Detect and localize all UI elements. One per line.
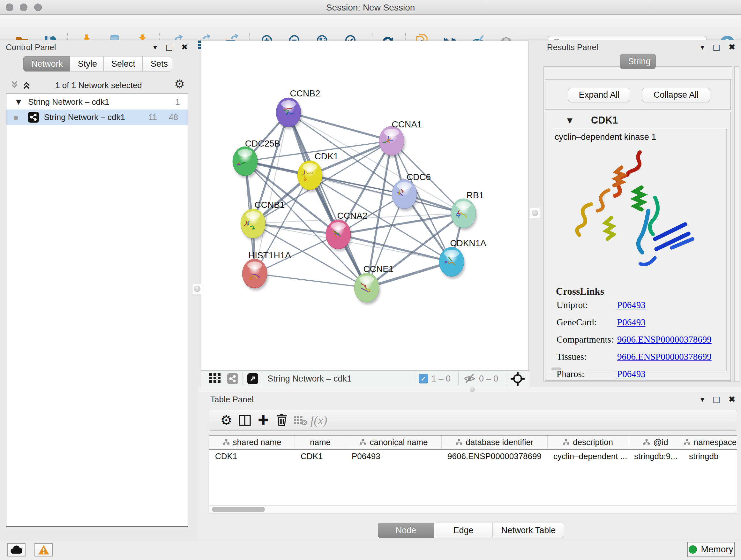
table-settings-button[interactable]: ⚙ — [217, 412, 235, 429]
hierarchy-icon — [562, 439, 569, 445]
current-network-name: String Network – cdk1 — [267, 374, 352, 384]
table-scrollbar-thumb[interactable] — [212, 507, 265, 512]
panel-close-icon[interactable]: ✖ — [729, 43, 735, 52]
warning-icon — [38, 545, 50, 555]
string-network-graph[interactable]: CCNB2 CCNA1 CDC25B CDK1 CDC6 RB1 CCNB1 — [201, 41, 528, 370]
column-header[interactable]: canonical name — [346, 435, 442, 449]
column-header[interactable]: shared name — [209, 435, 295, 449]
panel-float-icon[interactable]: □ — [165, 43, 173, 52]
control-panel-tabs: Network Style Select Sets — [23, 56, 172, 71]
tab-network-table[interactable]: Network Table — [493, 523, 564, 538]
memory-label: Memory — [701, 544, 733, 555]
horizontal-splitter[interactable] — [199, 387, 741, 392]
crosslink-row: Uniprot: P06493 — [550, 300, 726, 317]
node-CCNA1[interactable]: CCNA1 — [379, 119, 422, 158]
crosslink-link[interactable]: 9606.ENSP00000378699 — [617, 352, 712, 362]
tab-style[interactable]: Style — [70, 56, 104, 71]
memory-button[interactable]: Memory — [687, 542, 735, 557]
delete-column-button[interactable] — [273, 412, 291, 429]
results-panel: Results Panel ▾ □ ✖ String Expand All Co… — [542, 40, 741, 387]
column-label: canonical name — [369, 437, 428, 447]
birdseye-toggle-button[interactable] — [209, 373, 221, 384]
crosslink-link[interactable]: P06493 — [617, 317, 646, 327]
node-CCNE1[interactable]: CCNE1 — [354, 264, 394, 305]
column-header[interactable]: name — [295, 435, 346, 449]
gene-section-header[interactable]: ▼ CDK1 — [545, 112, 731, 129]
panel-menu-icon[interactable]: ▾ — [700, 395, 704, 404]
panel-menu-icon[interactable]: ▾ — [153, 43, 157, 52]
delete-table-button[interactable] — [291, 412, 310, 429]
cell-id[interactable]: stringdb:9... — [628, 451, 683, 461]
crosslink-label: Compartments: — [556, 334, 614, 345]
edge-CCNB2-CCNA1[interactable] — [288, 112, 392, 141]
edge-CCNB2-CCNE1[interactable] — [288, 112, 367, 288]
edge-count: 48 — [169, 112, 178, 122]
footer-separator — [243, 372, 243, 385]
node-label-CDC25B: CDC25B — [245, 138, 280, 148]
right-splitter-handle[interactable] — [530, 208, 540, 218]
network-view-canvas[interactable]: CCNB2 CCNA1 CDC25B CDK1 CDC6 RB1 CCNB1 — [201, 41, 529, 370]
string-view-icon[interactable] — [227, 373, 238, 384]
node-label-CDKN1A: CDKN1A — [450, 238, 486, 248]
tab-network[interactable]: Network — [23, 56, 70, 71]
warning-status-button[interactable] — [35, 543, 53, 557]
apply-function-button[interactable]: f(x) — [310, 412, 328, 429]
crosslink-link[interactable]: P06493 — [617, 369, 646, 379]
panel-close-icon[interactable]: ✖ — [729, 395, 735, 404]
crosslink-link[interactable]: P06493 — [617, 300, 646, 310]
network-options-gear-icon[interactable]: ⚙ — [174, 77, 185, 91]
hierarchy-icon — [359, 439, 366, 445]
results-scrollbar-track[interactable] — [734, 66, 739, 381]
cell-shared-name[interactable]: CDK1 — [209, 451, 295, 461]
column-header[interactable]: @id — [628, 435, 683, 449]
edge-HIST1H1A-CCNE1[interactable] — [255, 273, 367, 288]
edge-CCNB2-HIST1H1A[interactable] — [255, 112, 288, 273]
details-scroll-thumb[interactable] — [551, 368, 561, 370]
selected-checkbox-icon[interactable]: ✓ — [419, 374, 428, 383]
cell-canonical-name[interactable]: P06493 — [346, 451, 442, 461]
node-CCNB1[interactable]: CCNB1 — [241, 200, 285, 240]
crosshair-icon[interactable] — [511, 372, 525, 386]
gene-description: cyclin–dependent kinase 1 — [555, 132, 726, 142]
panel-float-icon[interactable]: □ — [713, 395, 720, 404]
splitter-grip-icon[interactable] — [470, 387, 475, 392]
collection-expander-icon[interactable]: ▼ — [16, 98, 21, 106]
table-scrollbar-track[interactable] — [209, 505, 737, 513]
cell-name[interactable]: CDK1 — [295, 451, 346, 461]
add-column-button[interactable]: ✚ — [254, 412, 273, 429]
panel-close-icon[interactable]: ✖ — [181, 43, 188, 52]
cloud-status-button[interactable] — [7, 543, 25, 557]
node-CDKN1A[interactable]: CDKN1A — [439, 238, 486, 279]
section-expander-icon[interactable]: ▼ — [567, 117, 572, 125]
panel-float-icon[interactable]: □ — [713, 43, 720, 52]
tab-select[interactable]: Select — [104, 56, 143, 71]
panel-menu-icon[interactable]: ▾ — [700, 43, 704, 52]
cell-description[interactable]: cyclin–dependent ... — [548, 451, 628, 461]
left-splitter-handle[interactable] — [192, 284, 202, 294]
tab-edge-table[interactable]: Edge Table — [434, 523, 493, 538]
table-row[interactable]: CDK1 CDK1 P06493 9606.ENSP00000378699 cy… — [209, 449, 737, 463]
control-panel: Control Panel ▾ □ ✖ Network Style Select… — [0, 40, 197, 541]
node-RB1[interactable]: RB1 — [451, 190, 484, 230]
tab-node-table[interactable]: Node Table — [378, 523, 434, 538]
collapse-all-button[interactable]: Collapse All — [642, 88, 710, 102]
network-row-selected[interactable]: ● String Network – cdk1 11 48 — [6, 110, 188, 125]
cell-namespace[interactable]: stringdb — [683, 451, 737, 461]
current-network-dot-icon: ● — [13, 114, 18, 121]
table-panel-title: Table Panel — [210, 395, 254, 405]
network-collection-row[interactable]: ▼ String Network – cdk1 1 — [6, 94, 188, 110]
tab-string[interactable]: String — [620, 54, 656, 69]
show-columns-button[interactable] — [235, 412, 254, 429]
column-header[interactable]: namespace — [683, 435, 737, 449]
crosslink-link[interactable]: 9606.ENSP00000378699 — [617, 334, 712, 345]
node-HIST1H1A[interactable]: HIST1H1A — [242, 250, 291, 291]
cell-database-identifier[interactable]: 9606.ENSP00000378699 — [442, 451, 548, 461]
results-buttons-box: Expand All Collapse All — [545, 79, 731, 110]
column-header[interactable]: description — [548, 435, 628, 449]
cloud-icon — [10, 545, 22, 554]
column-header[interactable]: database identifier — [442, 435, 548, 449]
open-view-in-window-button[interactable] — [247, 373, 258, 384]
tab-sets[interactable]: Sets — [143, 56, 172, 71]
expand-all-button[interactable]: Expand All — [568, 88, 630, 102]
node-CCNB2[interactable]: CCNB2 — [276, 88, 320, 129]
